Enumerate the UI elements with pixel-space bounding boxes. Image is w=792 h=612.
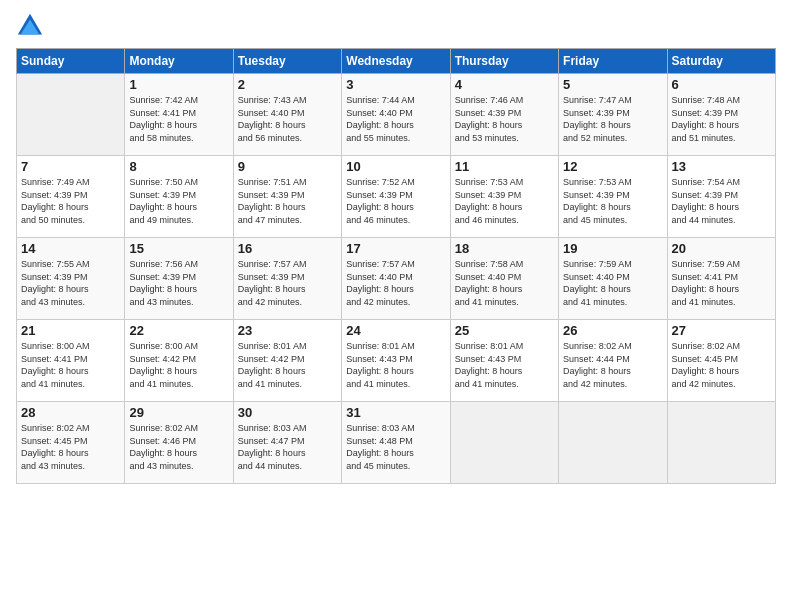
cell-info: Sunrise: 8:03 AM Sunset: 4:48 PM Dayligh… [346,422,445,472]
calendar-cell: 26Sunrise: 8:02 AM Sunset: 4:44 PM Dayli… [559,320,667,402]
page: SundayMondayTuesdayWednesdayThursdayFrid… [0,0,792,612]
day-number: 14 [21,241,120,256]
cell-info: Sunrise: 7:47 AM Sunset: 4:39 PM Dayligh… [563,94,662,144]
logo-icon [16,12,44,40]
cell-info: Sunrise: 7:42 AM Sunset: 4:41 PM Dayligh… [129,94,228,144]
header-day-monday: Monday [125,49,233,74]
cell-info: Sunrise: 7:59 AM Sunset: 4:40 PM Dayligh… [563,258,662,308]
calendar-cell: 4Sunrise: 7:46 AM Sunset: 4:39 PM Daylig… [450,74,558,156]
day-number: 25 [455,323,554,338]
day-number: 2 [238,77,337,92]
logo [16,12,48,40]
cell-info: Sunrise: 8:02 AM Sunset: 4:46 PM Dayligh… [129,422,228,472]
week-row-2: 14Sunrise: 7:55 AM Sunset: 4:39 PM Dayli… [17,238,776,320]
cell-info: Sunrise: 8:02 AM Sunset: 4:45 PM Dayligh… [21,422,120,472]
week-row-1: 7Sunrise: 7:49 AM Sunset: 4:39 PM Daylig… [17,156,776,238]
day-number: 20 [672,241,771,256]
calendar-cell: 20Sunrise: 7:59 AM Sunset: 4:41 PM Dayli… [667,238,775,320]
cell-info: Sunrise: 7:53 AM Sunset: 4:39 PM Dayligh… [455,176,554,226]
cell-info: Sunrise: 8:02 AM Sunset: 4:45 PM Dayligh… [672,340,771,390]
calendar-cell: 31Sunrise: 8:03 AM Sunset: 4:48 PM Dayli… [342,402,450,484]
cell-info: Sunrise: 7:54 AM Sunset: 4:39 PM Dayligh… [672,176,771,226]
header-day-saturday: Saturday [667,49,775,74]
day-number: 5 [563,77,662,92]
day-number: 30 [238,405,337,420]
cell-info: Sunrise: 7:56 AM Sunset: 4:39 PM Dayligh… [129,258,228,308]
cell-info: Sunrise: 7:51 AM Sunset: 4:39 PM Dayligh… [238,176,337,226]
day-number: 10 [346,159,445,174]
calendar-cell [559,402,667,484]
calendar-cell: 12Sunrise: 7:53 AM Sunset: 4:39 PM Dayli… [559,156,667,238]
day-number: 23 [238,323,337,338]
cell-info: Sunrise: 7:57 AM Sunset: 4:39 PM Dayligh… [238,258,337,308]
calendar-cell: 1Sunrise: 7:42 AM Sunset: 4:41 PM Daylig… [125,74,233,156]
calendar-cell: 29Sunrise: 8:02 AM Sunset: 4:46 PM Dayli… [125,402,233,484]
header-row: SundayMondayTuesdayWednesdayThursdayFrid… [17,49,776,74]
day-number: 8 [129,159,228,174]
cell-info: Sunrise: 8:01 AM Sunset: 4:43 PM Dayligh… [455,340,554,390]
calendar-cell: 28Sunrise: 8:02 AM Sunset: 4:45 PM Dayli… [17,402,125,484]
header-day-friday: Friday [559,49,667,74]
calendar-cell [667,402,775,484]
calendar-cell: 16Sunrise: 7:57 AM Sunset: 4:39 PM Dayli… [233,238,341,320]
day-number: 22 [129,323,228,338]
calendar-cell: 11Sunrise: 7:53 AM Sunset: 4:39 PM Dayli… [450,156,558,238]
day-number: 26 [563,323,662,338]
calendar-cell: 5Sunrise: 7:47 AM Sunset: 4:39 PM Daylig… [559,74,667,156]
day-number: 21 [21,323,120,338]
header-day-thursday: Thursday [450,49,558,74]
day-number: 1 [129,77,228,92]
calendar-cell: 23Sunrise: 8:01 AM Sunset: 4:42 PM Dayli… [233,320,341,402]
day-number: 12 [563,159,662,174]
day-number: 9 [238,159,337,174]
calendar-cell: 14Sunrise: 7:55 AM Sunset: 4:39 PM Dayli… [17,238,125,320]
week-row-3: 21Sunrise: 8:00 AM Sunset: 4:41 PM Dayli… [17,320,776,402]
cell-info: Sunrise: 7:50 AM Sunset: 4:39 PM Dayligh… [129,176,228,226]
cell-info: Sunrise: 7:43 AM Sunset: 4:40 PM Dayligh… [238,94,337,144]
cell-info: Sunrise: 7:58 AM Sunset: 4:40 PM Dayligh… [455,258,554,308]
calendar-cell: 7Sunrise: 7:49 AM Sunset: 4:39 PM Daylig… [17,156,125,238]
header-day-wednesday: Wednesday [342,49,450,74]
calendar-table: SundayMondayTuesdayWednesdayThursdayFrid… [16,48,776,484]
cell-info: Sunrise: 7:48 AM Sunset: 4:39 PM Dayligh… [672,94,771,144]
day-number: 27 [672,323,771,338]
calendar-cell: 6Sunrise: 7:48 AM Sunset: 4:39 PM Daylig… [667,74,775,156]
day-number: 13 [672,159,771,174]
cell-info: Sunrise: 8:03 AM Sunset: 4:47 PM Dayligh… [238,422,337,472]
day-number: 17 [346,241,445,256]
cell-info: Sunrise: 7:44 AM Sunset: 4:40 PM Dayligh… [346,94,445,144]
day-number: 24 [346,323,445,338]
cell-info: Sunrise: 8:01 AM Sunset: 4:43 PM Dayligh… [346,340,445,390]
calendar-cell: 15Sunrise: 7:56 AM Sunset: 4:39 PM Dayli… [125,238,233,320]
calendar-cell: 18Sunrise: 7:58 AM Sunset: 4:40 PM Dayli… [450,238,558,320]
calendar-cell [450,402,558,484]
calendar-cell: 3Sunrise: 7:44 AM Sunset: 4:40 PM Daylig… [342,74,450,156]
calendar-cell: 25Sunrise: 8:01 AM Sunset: 4:43 PM Dayli… [450,320,558,402]
calendar-cell: 9Sunrise: 7:51 AM Sunset: 4:39 PM Daylig… [233,156,341,238]
week-row-4: 28Sunrise: 8:02 AM Sunset: 4:45 PM Dayli… [17,402,776,484]
cell-info: Sunrise: 7:46 AM Sunset: 4:39 PM Dayligh… [455,94,554,144]
calendar-cell: 27Sunrise: 8:02 AM Sunset: 4:45 PM Dayli… [667,320,775,402]
cell-info: Sunrise: 8:02 AM Sunset: 4:44 PM Dayligh… [563,340,662,390]
header-day-sunday: Sunday [17,49,125,74]
day-number: 4 [455,77,554,92]
day-number: 28 [21,405,120,420]
calendar-cell [17,74,125,156]
day-number: 29 [129,405,228,420]
cell-info: Sunrise: 7:55 AM Sunset: 4:39 PM Dayligh… [21,258,120,308]
day-number: 15 [129,241,228,256]
day-number: 6 [672,77,771,92]
cell-info: Sunrise: 8:01 AM Sunset: 4:42 PM Dayligh… [238,340,337,390]
calendar-cell: 10Sunrise: 7:52 AM Sunset: 4:39 PM Dayli… [342,156,450,238]
calendar-cell: 22Sunrise: 8:00 AM Sunset: 4:42 PM Dayli… [125,320,233,402]
day-number: 7 [21,159,120,174]
cell-info: Sunrise: 7:57 AM Sunset: 4:40 PM Dayligh… [346,258,445,308]
day-number: 19 [563,241,662,256]
cell-info: Sunrise: 7:52 AM Sunset: 4:39 PM Dayligh… [346,176,445,226]
cell-info: Sunrise: 8:00 AM Sunset: 4:41 PM Dayligh… [21,340,120,390]
cell-info: Sunrise: 8:00 AM Sunset: 4:42 PM Dayligh… [129,340,228,390]
calendar-cell: 21Sunrise: 8:00 AM Sunset: 4:41 PM Dayli… [17,320,125,402]
calendar-cell: 24Sunrise: 8:01 AM Sunset: 4:43 PM Dayli… [342,320,450,402]
calendar-cell: 17Sunrise: 7:57 AM Sunset: 4:40 PM Dayli… [342,238,450,320]
day-number: 16 [238,241,337,256]
